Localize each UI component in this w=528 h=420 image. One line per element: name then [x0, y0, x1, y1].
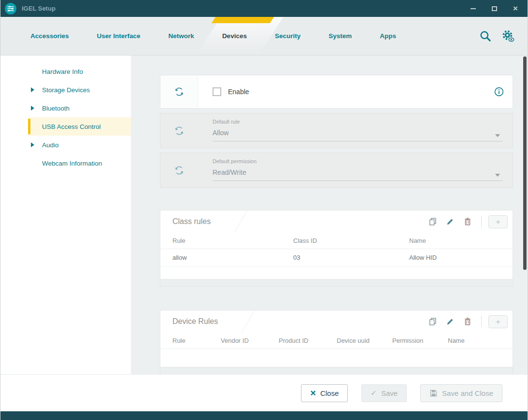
column-header: Permission — [392, 337, 448, 344]
reset-to-default-icon[interactable] — [160, 75, 198, 108]
tab-apps[interactable]: Apps — [377, 17, 399, 55]
tab-user-interface[interactable]: User Interface — [94, 17, 143, 55]
tab-security[interactable]: Security — [272, 17, 303, 55]
enable-card: Enable — [160, 75, 513, 109]
maximize-icon — [492, 6, 497, 11]
edit-icon[interactable] — [446, 317, 455, 326]
close-window-icon: × — [513, 4, 518, 13]
device-rules-header: Device Rules — [160, 310, 513, 333]
search-icon[interactable] — [479, 29, 492, 42]
vertical-scrollbar[interactable] — [523, 56, 527, 270]
dropdown-caret-icon — [495, 134, 500, 137]
settings-eye-icon[interactable] — [501, 29, 515, 43]
close-window-button[interactable]: × — [511, 4, 520, 13]
save-and-close-button-label: Save and Close — [442, 389, 493, 397]
tab-devices[interactable]: Devices — [219, 17, 250, 55]
cell-rule: allow — [172, 254, 293, 261]
minimize-button[interactable] — [469, 4, 477, 13]
field-underline — [213, 181, 503, 181]
footer-action-bar: Close Save Save and Close — [0, 374, 528, 411]
sidebar-item-bluetooth[interactable]: Bluetooth — [0, 99, 131, 117]
sidebar-item-label: Storage Devices — [42, 86, 90, 94]
column-header: Vendor ID — [221, 337, 279, 344]
field-label: Default permission — [213, 158, 503, 164]
sidebar: Hardware Info Storage Devices Bluetooth … — [0, 56, 131, 374]
default-rule-select[interactable]: Default rule Allow — [198, 113, 513, 148]
tabbar-icons — [479, 17, 515, 55]
sidebar-item-storage-devices[interactable]: Storage Devices — [0, 81, 131, 99]
close-button[interactable]: Close — [301, 384, 348, 402]
copy-icon[interactable] — [428, 217, 437, 226]
class-rule-row[interactable]: allow 03 Allow HID — [160, 249, 513, 266]
save-button[interactable]: Save — [361, 384, 407, 402]
main-panel: Enable — [131, 56, 528, 374]
sidebar-item-audio[interactable]: Audio — [0, 136, 131, 154]
default-permission-select[interactable]: Default permission Read/Write — [198, 153, 513, 187]
table-footer-strip — [160, 367, 513, 374]
sidebar-item-usb-access-control[interactable]: USB Access Control — [0, 117, 131, 136]
sidebar-item-hardware-info[interactable]: Hardware Info — [0, 62, 131, 81]
tab-label: Accessories — [30, 32, 69, 40]
window-body: Hardware Info Storage Devices Bluetooth … — [0, 56, 528, 374]
tab-label: Devices — [222, 32, 247, 40]
table-footer-strip — [160, 279, 513, 286]
reset-to-default-icon[interactable] — [160, 153, 198, 187]
class-rules-header: Class rules — [160, 210, 513, 233]
expand-arrow-icon[interactable] — [31, 106, 34, 111]
tabs: Accessories User Interface Network Devic… — [28, 17, 479, 55]
delete-icon[interactable] — [463, 217, 472, 226]
column-header: Rule — [172, 337, 221, 344]
enable-checkbox[interactable] — [213, 87, 221, 96]
expand-arrow-icon[interactable] — [31, 142, 34, 147]
enable-field: Enable — [198, 87, 249, 96]
field-value: Read/Write — [213, 168, 503, 176]
tab-system[interactable]: System — [326, 17, 355, 55]
tab-label: User Interface — [97, 32, 141, 40]
device-rules-column-headers: Rule Vendor ID Product ID Device uuid Pe… — [160, 333, 513, 349]
tab-accessories[interactable]: Accessories — [28, 17, 72, 55]
expand-arrow-icon[interactable] — [31, 87, 34, 92]
tab-label: Network — [169, 32, 194, 40]
maximize-button[interactable] — [490, 4, 499, 13]
sidebar-item-label: Audio — [42, 141, 59, 149]
class-rules-title: Class rules — [172, 217, 211, 226]
close-button-label: Close — [320, 389, 339, 397]
cell-class-id: 03 — [293, 254, 409, 261]
cell-name: Allow HID — [409, 254, 507, 261]
sidebar-item-label: Hardware Info — [42, 68, 83, 75]
header-slant-divider — [234, 210, 255, 233]
window-controls: × — [469, 4, 522, 13]
window-bottom-edge — [0, 411, 528, 420]
igel-setup-window: IGEL Setup × Accessories User Interface … — [0, 0, 528, 420]
default-rule-row: Default rule Allow — [160, 113, 513, 148]
copy-icon[interactable] — [428, 317, 437, 326]
tab-network[interactable]: Network — [166, 17, 197, 55]
dropdown-caret-icon — [495, 174, 500, 177]
edit-icon[interactable] — [446, 217, 455, 226]
save-and-close-button[interactable]: Save and Close — [420, 384, 502, 402]
minimize-icon — [471, 8, 476, 9]
header-slant-divider — [242, 310, 262, 333]
sidebar-item-label: Bluetooth — [42, 105, 70, 112]
sidebar-item-webcam-information[interactable]: Webcam Information — [0, 154, 131, 172]
device-rules-title: Device Rules — [172, 317, 218, 326]
column-header: Name — [448, 337, 507, 344]
tab-label: System — [328, 32, 352, 40]
field-label: Default rule — [213, 119, 503, 125]
field-value: Allow — [213, 129, 503, 137]
check-icon — [371, 389, 377, 397]
add-class-rule-button[interactable]: + — [488, 215, 508, 228]
device-rules-card: Device Rules — [160, 310, 513, 374]
column-header: Name — [409, 237, 507, 244]
titlebar: IGEL Setup × — [0, 0, 528, 17]
delete-icon[interactable] — [463, 317, 472, 326]
add-device-rule-button[interactable]: + — [488, 315, 508, 328]
tab-label: Apps — [380, 32, 396, 40]
column-header: Device uuid — [337, 337, 392, 344]
sidebar-item-label: USB Access Control — [42, 123, 101, 130]
tab-label: Security — [275, 32, 300, 40]
toolbar-divider — [481, 316, 482, 327]
reset-to-default-icon[interactable] — [160, 113, 198, 148]
default-permission-row: Default permission Read/Write — [160, 153, 513, 188]
info-icon[interactable] — [494, 87, 504, 97]
